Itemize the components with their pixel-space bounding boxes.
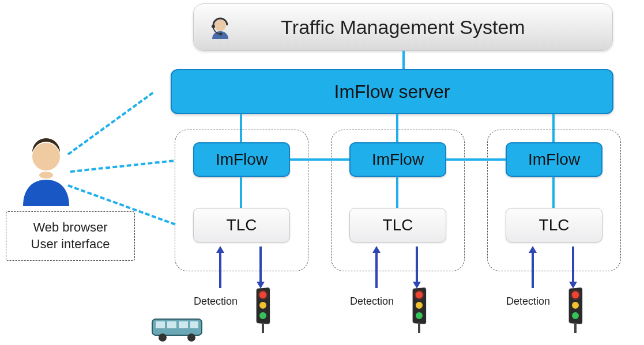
detection-label-3: Detection — [506, 295, 550, 308]
connector-imflow-tlc-3 — [552, 177, 555, 208]
tlc-box-3: TLC — [506, 208, 602, 242]
imflow-box-3: ImFlow — [506, 142, 602, 177]
imflow-label-3: ImFlow — [528, 150, 580, 169]
user-avatar-icon — [17, 138, 75, 207]
tlc-box-1: TLC — [193, 208, 290, 242]
control-arrow-down-1 — [259, 247, 262, 282]
svg-point-11 — [39, 172, 53, 179]
svg-point-2 — [220, 33, 223, 36]
traffic-light-icon-2 — [410, 288, 428, 333]
svg-point-10 — [32, 143, 60, 170]
detection-arrow-up-1 — [219, 252, 221, 288]
detection-label-1: Detection — [194, 295, 238, 308]
control-arrow-down-2 — [416, 247, 418, 282]
traffic-light-icon-1 — [254, 288, 272, 333]
tlc-label-1: TLC — [227, 216, 257, 234]
svg-point-8 — [159, 333, 167, 342]
user-link-server — [67, 92, 154, 155]
svg-point-1 — [212, 25, 215, 28]
user-link-imflow — [70, 160, 174, 173]
imflow-label-1: ImFlow — [216, 150, 268, 169]
web-caption-line2: User interface — [31, 236, 110, 253]
svg-point-9 — [187, 333, 195, 342]
connector-imflow-tlc-2 — [396, 177, 398, 208]
control-arrow-down-3 — [572, 247, 574, 282]
tms-title: Traffic Management System — [281, 16, 525, 39]
connector-imflow-1-2 — [290, 158, 349, 161]
detection-arrow-up-3 — [532, 252, 534, 288]
tlc-label-2: TLC — [383, 216, 413, 234]
svg-rect-4 — [156, 321, 165, 328]
svg-rect-6 — [179, 321, 188, 328]
tlc-box-2: TLC — [349, 208, 446, 242]
connector-imflow-tlc-1 — [240, 177, 242, 208]
imflow-server-box: ImFlow server — [171, 69, 613, 114]
traffic-management-system-box: Traffic Management System — [193, 3, 613, 51]
detection-arrow-up-2 — [375, 252, 378, 288]
imflow-label-2: ImFlow — [372, 150, 424, 169]
connector-tms-server — [402, 51, 405, 69]
traffic-light-icon-3 — [566, 288, 585, 333]
connector-imflow-2-3 — [446, 158, 506, 161]
web-browser-caption-box: Web browser User interface — [6, 211, 135, 261]
svg-rect-5 — [167, 321, 176, 328]
svg-rect-7 — [190, 321, 198, 328]
web-caption-line1: Web browser — [33, 219, 107, 236]
imflow-box-1: ImFlow — [193, 142, 290, 177]
bus-icon — [150, 316, 208, 343]
detection-label-2: Detection — [350, 295, 394, 308]
tlc-label-3: TLC — [539, 216, 570, 234]
imflow-server-label: ImFlow server — [334, 81, 450, 103]
imflow-box-2: ImFlow — [349, 142, 446, 177]
operator-headset-icon — [206, 15, 234, 43]
svg-point-0 — [214, 20, 226, 31]
